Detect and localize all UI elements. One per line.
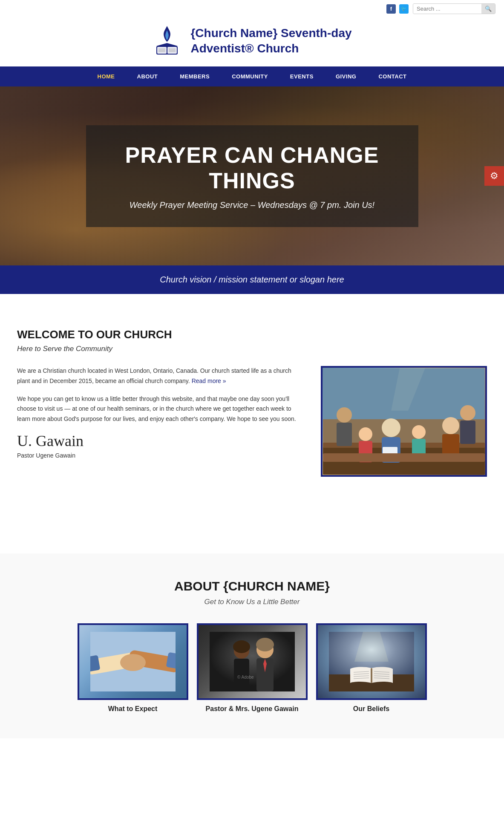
svg-point-39 [233,640,250,653]
nav-about[interactable]: ABOUT [126,66,169,86]
welcome-section: WELCOME TO OUR CHURCH Here to Serve the … [0,320,504,502]
hero-subtitle: Weekly Prayer Meeting Service – Wednesda… [112,200,393,210]
svg-point-43 [256,638,274,651]
nav-community[interactable]: COMMUNITY [221,66,279,86]
svg-point-19 [412,425,426,439]
read-more-link[interactable]: Read more » [192,377,226,384]
search-box: 🔍 [413,3,495,14]
svg-point-25 [460,405,475,421]
search-input[interactable] [413,4,481,14]
hero-overlay: PRAYER CAN CHANGE THINGS Weekly Prayer M… [86,125,418,227]
nav-giving[interactable]: GIVING [325,66,368,86]
hero-title: PRAYER CAN CHANGE THINGS [112,142,393,193]
hero-section: PRAYER CAN CHANGE THINGS Weekly Prayer M… [0,86,504,265]
welcome-tagline: Here to Serve the Community [17,345,487,353]
svg-rect-48 [371,668,372,683]
welcome-text-block: We are a Christian church located in Wes… [17,366,304,459]
social-links: f 🐦 [386,4,409,14]
svg-rect-24 [337,423,352,446]
pastor-name: Pastor Ugene Gawain [17,452,304,459]
svg-text:© Adobe: © Adobe [237,675,254,680]
settings-button[interactable]: ⚙ [484,166,504,186]
twitter-icon[interactable]: 🐦 [399,4,409,14]
card-image-pastor: © Adobe [197,623,308,700]
svg-rect-27 [323,453,485,462]
nav-contact[interactable]: CONTACT [367,66,418,86]
site-title: {Church Name} Seventh-day Adventist® Chu… [190,26,351,57]
main-nav: HOME ABOUT MEMBERS COMMUNITY EVENTS GIVI… [0,66,504,86]
svg-point-17 [359,427,372,441]
church-photo-svg [323,368,485,475]
welcome-paragraph-1: We are a Christian church located in Wes… [17,366,304,386]
about-title: ABOUT {CHURCH NAME} [17,579,487,593]
about-tagline: Get to Know Us a Little Better [17,598,487,606]
nav-home[interactable]: HOME [86,66,126,86]
card-pastor[interactable]: © Adobe Pastor & Mrs. Ugene Gawain [197,623,308,713]
settings-icon: ⚙ [490,170,498,181]
svg-rect-26 [460,421,475,444]
top-bar: f 🐦 🔍 [0,0,504,17]
pastor-signature: U. Gawain [17,432,304,450]
mission-text: Church vision / mission statement or slo… [160,275,344,284]
spacer-3 [0,528,504,553]
card-label-2: Our Beliefs [316,705,427,713]
svg-rect-36 [210,632,295,691]
welcome-content: We are a Christian church located in Wes… [17,366,487,477]
mission-bar: Church vision / mission statement or slo… [0,265,504,294]
nav-events[interactable]: EVENTS [279,66,325,86]
church-photo [321,366,487,477]
card-label-0: What to Expect [78,705,188,713]
search-button[interactable]: 🔍 [481,4,495,14]
welcome-paragraph-2: We hope you can get to know us a little … [17,394,304,424]
card-label-1: Pastor & Mrs. Ugene Gawain [197,705,308,713]
card-what-to-expect[interactable]: What to Expect [78,623,188,713]
svg-point-23 [337,407,352,423]
card-image-bible [316,623,427,700]
spacer-1 [0,294,504,320]
about-section: ABOUT {CHURCH NAME} Get to Know Us a Lit… [0,553,504,738]
cards-grid: What to Expect [17,623,487,713]
card-image-handshake [78,623,188,700]
welcome-title: WELCOME TO OUR CHURCH [17,328,487,341]
card-beliefs[interactable]: Our Beliefs [316,623,427,713]
site-header: {Church Name} Seventh-day Adventist® Chu… [0,17,504,66]
nav-members[interactable]: MEMBERS [169,66,221,86]
church-logo [152,24,182,58]
svg-point-34 [120,654,146,671]
facebook-icon[interactable]: f [386,4,396,14]
svg-point-14 [382,418,400,437]
spacer-2 [0,502,504,528]
svg-point-21 [442,417,459,434]
